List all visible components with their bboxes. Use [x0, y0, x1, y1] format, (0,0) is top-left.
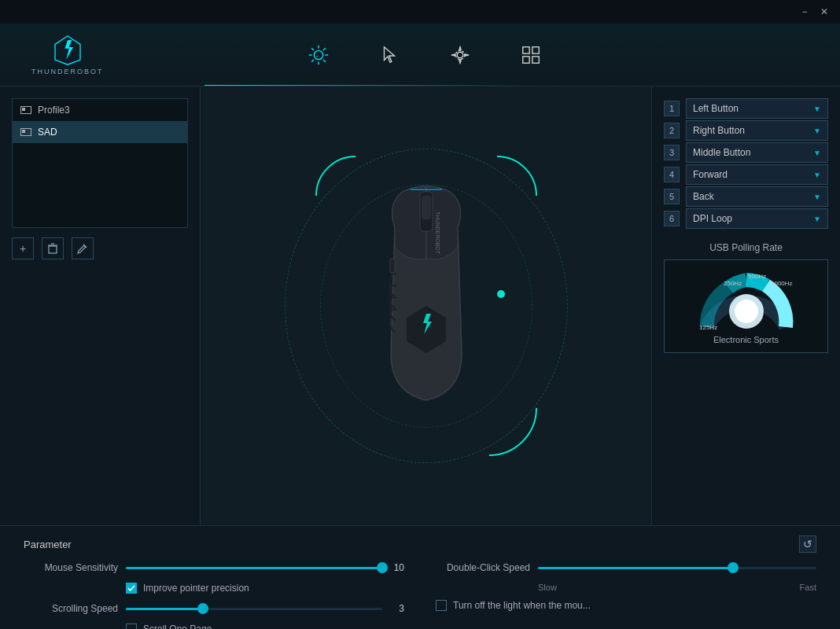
close-button[interactable]: ✕ [816, 4, 832, 20]
params-title: Parameter [24, 539, 72, 550]
sensitivity-row: Mouse Sensitivity 10 [24, 562, 404, 573]
button-label-5: Back [693, 191, 714, 202]
sensitivity-label: Mouse Sensitivity [24, 562, 118, 573]
svg-rect-13 [532, 46, 539, 53]
scroll-one-page-checkbox[interactable] [126, 623, 137, 629]
params-left: Mouse Sensitivity 10 Improve pointer pre… [24, 562, 404, 629]
logo-text: THUNDEROBOT [31, 68, 104, 75]
double-click-slider[interactable] [538, 567, 816, 569]
dropdown-arrow-4: ▼ [813, 171, 821, 179]
button-number-5: 5 [664, 189, 680, 204]
params-reset-button[interactable]: ↺ [799, 535, 816, 553]
profile-icon-sad [20, 128, 31, 136]
polling-box: 125Hz 250Hz 500Hz 1000Hz Electronic Spor… [664, 259, 828, 353]
svg-point-10 [457, 52, 462, 57]
mouse-visual: THUNDEROBOT [300, 141, 552, 471]
polling-label: Electronic Sports [713, 335, 779, 344]
pointer-precision-checkbox[interactable] [126, 583, 137, 594]
add-profile-button[interactable]: + [12, 237, 34, 259]
button-row-3: 3 Middle Button ▼ [664, 142, 828, 163]
svg-text:THUNDEROBOT: THUNDEROBOT [435, 212, 440, 255]
button-number-4: 4 [664, 167, 680, 182]
turn-off-light-label: Turn off the light when the mou... [453, 600, 591, 611]
scrolling-speed-label: Scrolling Speed [24, 603, 118, 614]
button-label-2: Right Button [693, 125, 745, 136]
button-row-6: 6 DPI Loop ▼ [664, 208, 828, 229]
svg-text:1000Hz: 1000Hz [771, 280, 793, 287]
nav-settings-icon[interactable] [448, 43, 472, 67]
nav-cursor-icon[interactable] [378, 43, 401, 67]
mouse-visual-area: THUNDEROBOT [201, 86, 651, 525]
button-label-6: DPI Loop [693, 213, 732, 224]
scrolling-value: 3 [389, 603, 404, 614]
params-header: Parameter ↺ [24, 535, 816, 553]
pointer-precision-row: Improve pointer precision [126, 583, 404, 594]
sensitivity-slider-container[interactable]: 10 [126, 562, 404, 573]
button-label-4: Forward [693, 169, 728, 180]
scroll-one-page-row: Scroll One Page [126, 623, 404, 629]
button-row-4: 4 Forward ▼ [664, 164, 828, 185]
button-dropdown-2[interactable]: Right Button ▼ [686, 120, 828, 141]
profile-item-profile3[interactable]: Profile3 [13, 99, 187, 121]
slow-label: Slow [538, 583, 557, 592]
button-number-6: 6 [664, 211, 680, 226]
button-dropdown-1[interactable]: Left Button ▼ [686, 98, 828, 119]
double-click-slider-container[interactable] [538, 567, 816, 569]
scrolling-slider[interactable] [126, 608, 382, 610]
nav-grid-icon[interactable] [519, 43, 543, 67]
button-label-1: Left Button [693, 103, 739, 114]
button-label-3: Middle Button [693, 147, 750, 158]
dropdown-arrow-2: ▼ [813, 127, 821, 135]
sensitivity-slider[interactable] [126, 567, 382, 569]
turn-off-light-checkbox[interactable] [436, 600, 447, 611]
button-dropdown-3[interactable]: Middle Button ▼ [686, 142, 828, 163]
delete-profile-button[interactable] [42, 237, 64, 259]
svg-line-6 [323, 60, 326, 62]
header-separator [204, 85, 525, 86]
button-row-5: 5 Back ▼ [664, 186, 828, 207]
svg-rect-16 [49, 246, 57, 253]
double-click-fill [538, 567, 733, 569]
dropdown-arrow-1: ▼ [813, 105, 821, 113]
edit-profile-button[interactable] [72, 237, 94, 259]
main-area: Profile3 SAD + [0, 86, 840, 525]
button-row-1: 1 Left Button ▼ [664, 98, 828, 119]
sensitivity-thumb[interactable] [377, 562, 388, 573]
button-dropdown-4[interactable]: Forward ▼ [686, 164, 828, 185]
polling-section: USB Polling Rate 125Hz 250Hz [664, 242, 828, 353]
minimize-button[interactable]: − [797, 4, 812, 20]
header: THUNDEROBOT ~ [0, 24, 840, 86]
scrolling-slider-container[interactable]: 3 [126, 603, 404, 614]
button-number-1: 1 [664, 101, 680, 116]
mouse-image: THUNDEROBOT [348, 180, 505, 432]
params-content: Mouse Sensitivity 10 Improve pointer pre… [24, 562, 816, 629]
turn-off-light-row: Turn off the light when the mou... [436, 600, 816, 611]
double-click-label: Double-Click Speed [436, 562, 530, 573]
header-nav: ~ [307, 43, 543, 67]
logo-icon [52, 35, 83, 66]
nav-lighting-icon[interactable]: ~ [307, 43, 330, 67]
svg-rect-22 [390, 259, 395, 273]
svg-text:125Hz: 125Hz [699, 324, 717, 331]
double-click-thumb[interactable] [728, 562, 739, 573]
profile-item-sad[interactable]: SAD [13, 121, 187, 143]
svg-rect-12 [522, 46, 529, 53]
svg-line-7 [323, 48, 326, 50]
button-dropdown-6[interactable]: DPI Loop ▼ [686, 208, 828, 229]
scrolling-thumb[interactable] [197, 603, 208, 614]
button-number-2: 2 [664, 123, 680, 138]
params-section: Parameter ↺ Mouse Sensitivity 10 [0, 525, 840, 629]
scrolling-speed-row: Scrolling Speed 3 [24, 603, 404, 614]
dropdown-arrow-6: ▼ [813, 215, 821, 223]
svg-line-8 [311, 60, 314, 62]
params-right: Double-Click Speed Slow Fast Turn off th… [436, 562, 816, 629]
scrolling-fill [126, 608, 203, 610]
button-rows-container: 1 Left Button ▼ 2 Right Button ▼ 3 Middl… [664, 98, 828, 230]
button-row-2: 2 Right Button ▼ [664, 120, 828, 141]
polling-title: USB Polling Rate [664, 242, 828, 253]
profile-icon [20, 106, 31, 114]
sensitivity-value: 10 [389, 562, 404, 573]
button-number-3: 3 [664, 145, 680, 160]
titlebar: − ✕ [0, 0, 840, 24]
button-dropdown-5[interactable]: Back ▼ [686, 186, 828, 207]
